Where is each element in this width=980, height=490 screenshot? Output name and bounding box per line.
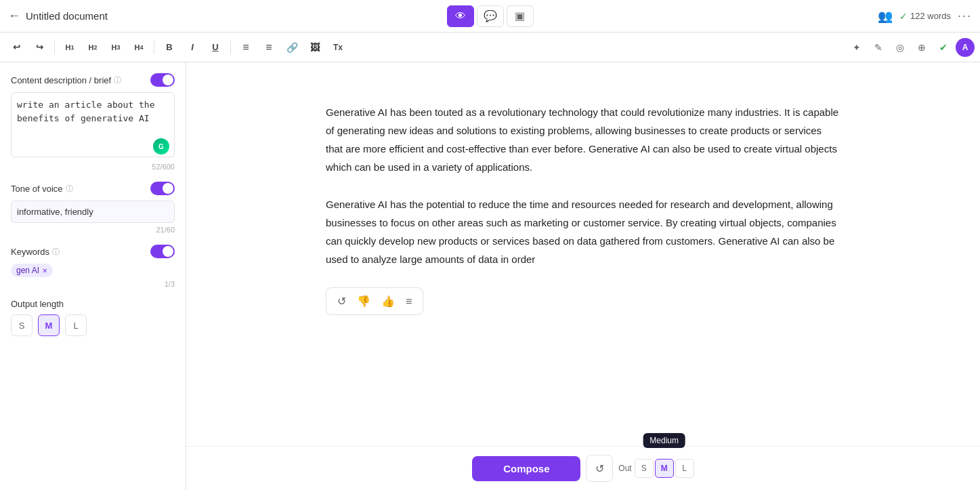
check-icon: ✓ [899,11,908,22]
ordered-list-button[interactable]: ≡ [235,37,257,58]
bottom-output-length-buttons: S M L [635,459,694,478]
user-avatar: A [956,38,975,57]
bottom-output-large-button[interactable]: L [675,459,694,478]
output-length-buttons: S M L [11,314,175,336]
check-circle-icon-button[interactable]: ✔ [934,38,953,57]
out-label: Out [618,464,631,473]
output-pill-area: Out Medium S M L [618,459,694,478]
editor-area: Generative AI has been touted as a revol… [186,62,980,490]
tone-char-count: 21/60 [11,226,175,234]
toolbar-separator-3 [230,41,231,54]
content-description-info-icon: ⓘ [114,75,121,85]
tone-label-text: Tone of voice [11,184,63,194]
circle-icon-button[interactable]: ◎ [891,38,910,57]
content-description-char-count: 52/600 [11,163,175,171]
content-description-header: Content description / brief ⓘ [11,73,175,87]
content-description-label: Content description / brief ⓘ [11,75,121,85]
add-circle-icon-button[interactable]: ⊕ [912,38,931,57]
image-button[interactable]: 🖼 [304,37,326,58]
keywords-toggle[interactable] [150,245,175,258]
list-options-button[interactable]: ≡ [403,293,414,309]
toolbar-separator [54,41,55,54]
tone-of-voice-section: Tone of voice ⓘ 21/60 [11,182,175,234]
view-preview-button[interactable]: 👁 [447,5,474,27]
view-switcher: 👁 💬 ▣ [447,5,534,27]
topbar: ← Untitled document 👁 💬 ▣ 👥 ✓ 122 words … [0,0,980,33]
tone-toggle[interactable] [150,182,175,195]
h3-button[interactable]: H3 [105,37,127,58]
keyword-tag-gen-ai: gen AI ✕ [11,264,53,277]
medium-tooltip: Medium [643,433,685,448]
topbar-left: ← Untitled document [8,9,108,23]
bottom-output-small-button[interactable]: S [635,459,654,478]
view-comment-button[interactable]: 💬 [477,5,504,27]
toolbar-separator-2 [154,41,154,54]
output-length-section: Output length S M L [11,299,175,336]
sparkle-icon-button[interactable]: ✦ [847,38,866,57]
thumbs-up-button[interactable]: 👍 [379,293,398,309]
link-button[interactable]: 🔗 [281,37,303,58]
output-medium-button[interactable]: M [38,314,60,336]
medium-tooltip-container: Medium S M L [635,459,694,478]
sidebar: Content description / brief ⓘ write an a… [0,62,186,490]
h2-button[interactable]: H2 [82,37,104,58]
undo-button[interactable]: ↩ [5,37,27,58]
thumbs-down-button[interactable]: 👎 [354,293,373,309]
content-description-section: Content description / brief ⓘ write an a… [11,73,175,171]
more-options-button[interactable]: ··· [958,9,972,23]
underline-button[interactable]: U [205,37,226,58]
h1-button[interactable]: H1 [59,37,81,58]
keywords-count: 1/3 [11,280,175,288]
unordered-list-button[interactable]: ≡ [258,37,280,58]
tone-header: Tone of voice ⓘ [11,182,175,195]
back-button[interactable]: ← [8,9,20,23]
keyword-tag-label: gen AI [16,266,39,275]
main-layout: Content description / brief ⓘ write an a… [0,62,980,490]
editor-paragraph-1[interactable]: Generative AI has been touted as a revol… [326,103,840,176]
editor-content: Generative AI has been touted as a revol… [326,103,840,315]
editor-paragraph-2[interactable]: Generative AI has the potential to reduc… [326,195,840,268]
collaborators-icon: 👥 [878,9,893,24]
regenerate-button[interactable]: ↺ [335,293,349,309]
formatting-toolbar: ↩ ↪ H1 H2 H3 H4 B I U ≡ ≡ 🔗 🖼 Tx ✦ ✎ ◎ ⊕… [0,33,980,62]
keywords-label: Keywords ⓘ [11,247,60,257]
view-layout-button[interactable]: ▣ [507,5,534,27]
topbar-right: 👥 ✓ 122 words ··· [878,9,972,24]
compose-button[interactable]: Compose [472,456,580,481]
bottom-output-medium-button[interactable]: M [655,459,674,478]
keyword-remove-button[interactable]: ✕ [42,267,47,274]
content-description-toggle[interactable] [150,73,175,87]
h4-button[interactable]: H4 [128,37,150,58]
bold-button[interactable]: B [158,37,180,58]
content-description-textarea[interactable]: write an article about the benefits of g… [11,92,175,157]
toolbar-right-actions: ✦ ✎ ◎ ⊕ ✔ A [847,38,975,57]
tone-info-icon: ⓘ [66,184,73,194]
compose-refresh-button[interactable]: ↺ [586,455,613,482]
redo-button[interactable]: ↪ [28,37,50,58]
keywords-header: Keywords ⓘ [11,245,175,258]
italic-button[interactable]: I [182,37,203,58]
ai-feedback-toolbar: ↺ 👎 👍 ≡ [326,287,423,315]
word-count: ✓ 122 words [899,11,951,22]
grammarly-icon: G [153,138,169,155]
tone-label: Tone of voice ⓘ [11,184,73,194]
tone-input[interactable] [11,201,175,223]
output-large-button[interactable]: L [65,314,87,336]
output-small-button[interactable]: S [11,314,33,336]
output-length-label: Output length [11,299,175,309]
keywords-section: Keywords ⓘ gen AI ✕ 1/3 [11,245,175,288]
bottom-bar: Compose ↺ Out Medium S M L [186,446,980,490]
word-count-label: 122 words [910,11,951,21]
keywords-area: gen AI ✕ [11,264,175,277]
document-title: Untitled document [26,10,108,22]
edit-icon-button[interactable]: ✎ [869,38,888,57]
content-description-label-text: Content description / brief [11,75,111,85]
keywords-info-icon: ⓘ [52,247,60,257]
keywords-label-text: Keywords [11,247,49,257]
clear-format-button[interactable]: Tx [327,37,349,58]
content-description-textarea-wrapper: write an article about the benefits of g… [11,92,175,160]
